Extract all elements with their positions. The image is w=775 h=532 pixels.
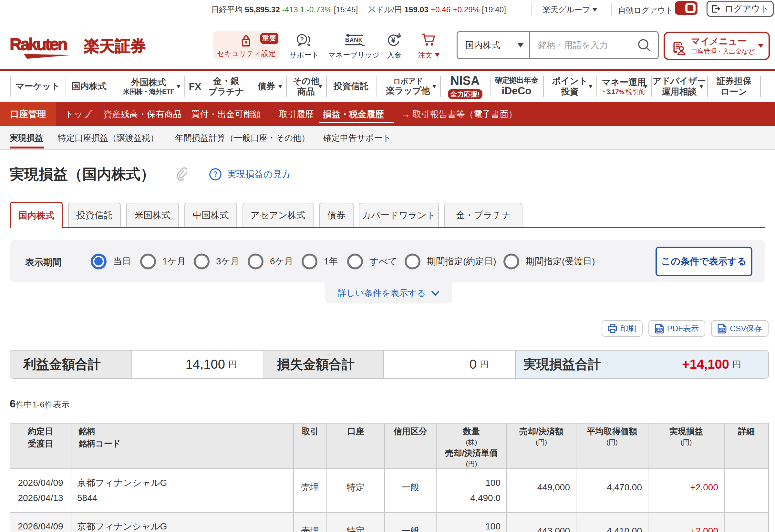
svg-text:BANK: BANK [345,37,362,43]
svg-text:CSV: CSV [719,328,725,331]
svg-text:¥: ¥ [391,36,396,45]
svg-text:PDF: PDF [657,328,662,331]
svg-text:?: ? [213,170,218,179]
svg-text:?: ? [300,36,304,43]
